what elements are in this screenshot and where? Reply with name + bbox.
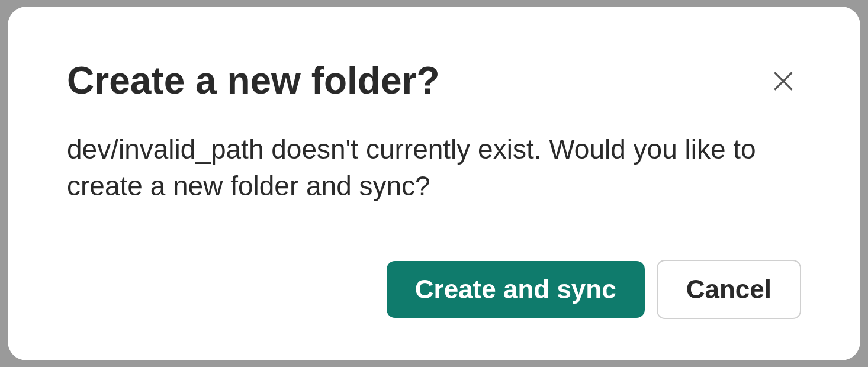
dialog-header: Create a new folder? (67, 60, 801, 101)
dialog-footer: Create and sync Cancel (67, 236, 801, 319)
close-icon (770, 68, 796, 96)
create-folder-dialog: Create a new folder? dev/invalid_path do… (8, 7, 860, 360)
cancel-button[interactable]: Cancel (657, 260, 801, 319)
create-and-sync-button[interactable]: Create and sync (387, 261, 645, 318)
close-button[interactable] (766, 63, 801, 101)
dialog-message: dev/invalid_path doesn't currently exist… (67, 131, 777, 204)
dialog-title: Create a new folder? (67, 60, 440, 101)
